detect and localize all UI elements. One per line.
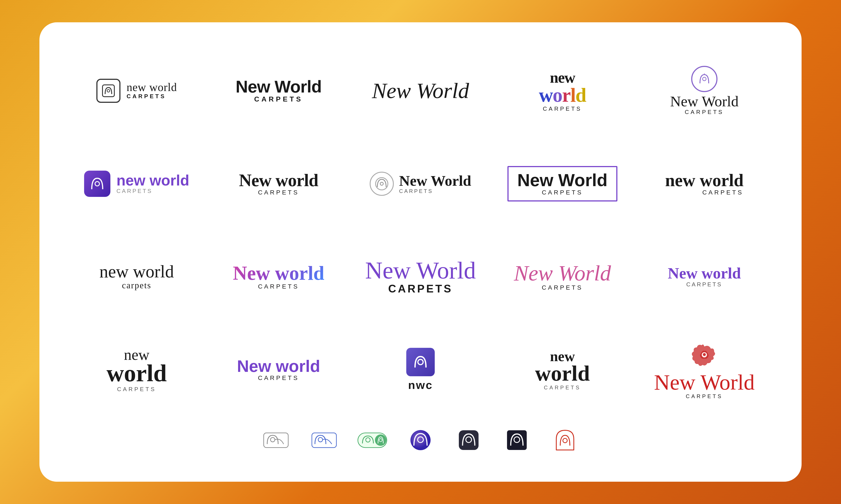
logo9-line2: CARPETS [517, 189, 607, 196]
logo12-line2: CARPETS [258, 283, 299, 290]
logo10-line1: new world [665, 172, 743, 189]
logo1-icon [96, 79, 120, 103]
logo-11: new world carpets [66, 230, 208, 323]
svg-rect-21 [507, 430, 527, 450]
logo14-line1: New World [514, 262, 611, 284]
logo6-line1: new world [117, 173, 189, 188]
logo13-text: New World CARPETS [365, 258, 476, 295]
bottom-icon-2 [307, 429, 342, 451]
logo-19: new world CARPETS [492, 323, 633, 416]
logo7-text: New world CARPETS [239, 172, 318, 196]
logo-12: New world CARPETS [208, 230, 349, 323]
svg-point-2 [703, 77, 706, 81]
logo5-icon [691, 66, 718, 92]
svg-point-7 [418, 359, 423, 365]
bottom-icon-5 [451, 429, 486, 451]
logo-13: New World CARPETS [349, 230, 492, 323]
logo-4: new world CARPETS [492, 44, 633, 137]
logo-16: new world CARPETS [66, 323, 208, 416]
logo9-line1: New World [517, 172, 607, 189]
logo18-content: nwc [406, 348, 435, 392]
logo6-line2: CARPETS [117, 188, 189, 195]
logo16-line2: world [107, 362, 167, 384]
logo1-line1: new world [126, 82, 177, 93]
logo4-line2: world [539, 85, 586, 105]
logo2-line1: New World [236, 78, 322, 95]
logo14-text: New World CARPETS [514, 262, 611, 291]
logo13-line1: New World [365, 258, 476, 283]
logo20-icon [689, 340, 720, 371]
logo8-content: New World CARPETS [370, 172, 471, 196]
logo10-text: new world CARPETS [665, 172, 743, 196]
logo1-line2: carpets [126, 93, 177, 100]
logo-7: New world CARPETS [208, 137, 349, 230]
logo17-line2: CARPETS [258, 375, 299, 381]
logo-6: new world CARPETS [66, 137, 208, 230]
svg-point-1 [107, 89, 110, 92]
logo7-line2: CARPETS [258, 189, 299, 196]
logo17-line1: New world [237, 358, 320, 375]
bottom-icon-1 [258, 429, 293, 451]
logo-18: nwc [349, 323, 492, 416]
svg-rect-19 [459, 430, 479, 450]
logo20-line1: New World [654, 372, 755, 393]
logo-1: new world carpets [66, 44, 208, 137]
logo13-line2: CARPETS [388, 283, 453, 295]
logo4-line3: CARPETS [543, 106, 582, 111]
logo5-line2: CARPETS [670, 109, 738, 115]
logo10-line2: CARPETS [702, 189, 743, 196]
svg-point-10 [271, 437, 275, 442]
logo7-line1: New world [239, 172, 318, 189]
bottom-icon-4 [403, 429, 438, 451]
logo2-text: New World CARPETS [236, 78, 322, 103]
logo5-line1: New World [670, 94, 738, 109]
main-card: new world carpets New World CARPETS New … [39, 22, 802, 482]
logo5-content: New World CARPETS [670, 66, 738, 115]
svg-point-15 [375, 434, 386, 446]
logo-15: New world CARPETS [633, 230, 775, 323]
logo12-text: New world CARPETS [233, 263, 324, 290]
logo4-text: new world CARPETS [539, 70, 586, 111]
bottom-icon-6 [499, 429, 534, 451]
logo-8: New World CARPETS [349, 137, 492, 230]
logo-5: New World CARPETS [633, 44, 775, 137]
logo-10: new world CARPETS [633, 137, 775, 230]
logo5-text: New World CARPETS [670, 94, 738, 115]
logo-grid: new world carpets New World CARPETS New … [66, 44, 775, 416]
svg-point-4 [95, 182, 99, 186]
logo19-line2: world [535, 363, 590, 383]
logo8-line2: CARPETS [399, 188, 471, 194]
logo-14: New World CARPETS [492, 230, 633, 323]
logo3-text: New World [372, 78, 469, 103]
logo4-line1: new [550, 70, 575, 85]
svg-point-23 [563, 438, 567, 443]
logo6-icon [84, 170, 110, 197]
logo3-line1: New World [372, 78, 469, 103]
logo-9: New World CARPETS [492, 137, 633, 230]
logo15-line2: CARPETS [686, 281, 722, 288]
logo14-line2: CARPETS [542, 284, 583, 291]
bottom-icon-7 [548, 429, 583, 451]
logo-2: New World CARPETS [208, 44, 349, 137]
logo12-line1: New world [233, 263, 324, 283]
logo-20: New World CARPETS [633, 323, 775, 416]
logo6-text: new world CARPETS [117, 173, 189, 195]
bottom-icon-row [66, 416, 775, 460]
svg-point-6 [380, 182, 383, 185]
logo11-text: new world carpets [99, 263, 174, 290]
logo19-text: new world CARPETS [535, 349, 590, 390]
logo15-line1: New world [668, 265, 741, 281]
logo20-line2: CARPETS [686, 393, 723, 399]
logo19-line3: CARPETS [544, 385, 581, 390]
bottom-icon-3 [355, 429, 390, 451]
logo6-content: new world CARPETS [84, 170, 189, 197]
logo9-text: New World CARPETS [508, 166, 617, 201]
logo18-monogram: nwc [408, 378, 433, 392]
svg-rect-0 [103, 85, 114, 97]
logo18-icon [406, 348, 435, 376]
logo11-line1: new world [99, 263, 174, 280]
logo17-text: New world CARPETS [237, 358, 320, 381]
logo16-text: new world CARPETS [107, 347, 167, 392]
logo2-line2: CARPETS [254, 95, 303, 103]
logo-3: New World [349, 44, 492, 137]
